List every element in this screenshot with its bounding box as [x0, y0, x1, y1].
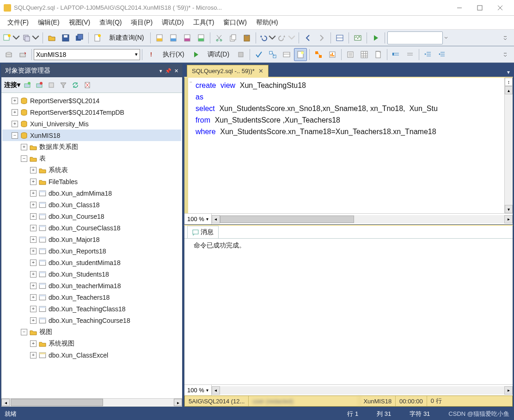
tab-dropdown-icon[interactable]: ▾	[504, 68, 513, 77]
messages-hscroll[interactable]: ◂▸	[212, 386, 513, 395]
refresh-icon[interactable]	[70, 80, 80, 90]
results-grid-button[interactable]	[358, 48, 371, 61]
tree-table[interactable]: +dbo.Xun_Students18	[2, 268, 181, 280]
menu-edit[interactable]: 编辑(E)	[33, 17, 64, 29]
script-dmx-button[interactable]	[181, 31, 194, 44]
comment-button[interactable]	[390, 48, 403, 61]
activity-monitor-button[interactable]	[351, 31, 364, 44]
script-mdx-button[interactable]	[167, 31, 180, 44]
messages-tab[interactable]: 消息	[187, 226, 219, 238]
delete-icon[interactable]	[82, 80, 92, 90]
outline-toggle-icon[interactable]: −	[188, 78, 194, 213]
save-button[interactable]	[59, 31, 72, 44]
tree-table[interactable]: +dbo.Xun_Major18	[2, 234, 181, 245]
find-combo[interactable]	[387, 31, 443, 44]
panel-menu-icon[interactable]: ▾	[159, 68, 162, 74]
script-xmla-button[interactable]	[195, 31, 208, 44]
tree-folder-filetables[interactable]: +FileTables	[2, 176, 181, 187]
open-file-button[interactable]	[45, 31, 58, 44]
tree-table[interactable]: +dbo.Xun_Teachers18	[2, 291, 181, 303]
client-stats-button[interactable]	[326, 48, 339, 61]
save-all-button[interactable]	[73, 31, 86, 44]
cancel-exec-button[interactable]	[234, 48, 247, 61]
menu-tools[interactable]: 工具(T)	[189, 17, 219, 29]
connect-server-icon[interactable]	[22, 80, 32, 90]
tree-table[interactable]: +dbo.Xun_Reports18	[2, 245, 181, 257]
tree[interactable]: +ReportServer$SQL2014 +ReportServer$SQL2…	[1, 93, 182, 363]
new-query-button[interactable]: 新建查询(N)	[105, 31, 148, 44]
split-icon[interactable]: ↕	[505, 78, 513, 86]
sql-editor[interactable]: − create view Xun_TeachingStu18 as selec…	[184, 77, 513, 225]
editor-hscroll[interactable]: ◂▸	[212, 215, 513, 223]
tree-table[interactable]: +dbo.Xun_Class18	[2, 199, 181, 210]
paste-button[interactable]	[240, 31, 253, 44]
script-de-button[interactable]	[153, 31, 166, 44]
actual-plan-button[interactable]	[312, 48, 325, 61]
menu-help[interactable]: 帮助(H)	[251, 17, 282, 29]
indent-button[interactable]	[422, 48, 434, 61]
redo-button[interactable]	[278, 31, 296, 44]
tree-folder-sysviews[interactable]: +系统视图	[2, 338, 181, 349]
copy-button[interactable]	[226, 31, 239, 44]
uncomment-button[interactable]	[404, 48, 416, 61]
new-query-icon[interactable]	[91, 31, 104, 44]
tree-table[interactable]: +dbo.Xun_TeachingClass18	[2, 303, 181, 315]
pin-icon[interactable]: 📌	[165, 68, 171, 74]
tree-db-selected[interactable]: −XunMIS18	[2, 130, 181, 141]
editor-vscroll[interactable]: ↕ ▴▾	[504, 78, 513, 213]
cut-button[interactable]	[213, 31, 226, 44]
tree-table[interactable]: +dbo.Xun_Course18	[2, 210, 181, 222]
tree-folder-tables[interactable]: −表	[2, 153, 181, 164]
change-connection-button[interactable]	[16, 48, 29, 61]
tree-db[interactable]: +ReportServer$SQL2014TempDB	[2, 106, 181, 118]
tree-folder-views[interactable]: −视图	[2, 326, 181, 338]
filter-icon[interactable]	[58, 80, 68, 90]
database-selector[interactable]: XunMIS18 ▾	[34, 49, 140, 60]
tree-view[interactable]: +dbo.Xun_ClassExcel	[2, 349, 181, 361]
start-debug-button[interactable]	[369, 31, 382, 44]
new-project-button[interactable]	[2, 31, 21, 44]
results-file-button[interactable]	[372, 48, 385, 61]
editor-tab[interactable]: SQLQuery2.sql -.. 59))* ✕	[187, 65, 269, 77]
toolbar-overflow-button[interactable]	[499, 31, 512, 44]
debug-button[interactable]: 调试(D)	[203, 48, 233, 61]
tree-table[interactable]: +dbo.Xun_studentMima18	[2, 257, 181, 268]
tree-folder-diagrams[interactable]: +数据库关系图	[2, 141, 181, 153]
editor-zoom-selector[interactable]: 100 %▾	[184, 214, 212, 224]
menu-file[interactable]: 文件(F)	[3, 17, 33, 29]
navigate-fwd-button[interactable]	[315, 31, 328, 44]
parse-button[interactable]	[252, 48, 265, 61]
connect-label[interactable]: 连接▾	[4, 81, 20, 89]
properties-button[interactable]	[333, 31, 346, 44]
registered-servers-button[interactable]	[22, 31, 40, 44]
messages-zoom-selector[interactable]: 100 %▾	[184, 385, 212, 395]
messages-body[interactable]: 命令已成功完成。	[184, 239, 513, 384]
maximize-button[interactable]	[470, 1, 490, 15]
close-icon[interactable]: ✕	[174, 68, 178, 74]
menu-window[interactable]: 窗口(W)	[219, 17, 251, 29]
tree-table[interactable]: +dbo.Xun_admMima18	[2, 187, 181, 199]
tree-db[interactable]: +ReportServer$SQL2014	[2, 95, 181, 106]
results-text-button[interactable]	[344, 48, 357, 61]
stop-icon[interactable]	[46, 80, 56, 90]
debug-play-icon[interactable]	[190, 48, 202, 61]
execute-icon[interactable]: !	[145, 48, 158, 61]
menu-query[interactable]: 查询(Q)	[95, 17, 126, 29]
toolbar2-overflow-button[interactable]	[499, 48, 512, 61]
tree-folder-systables[interactable]: +系统表	[2, 164, 181, 176]
outdent-button[interactable]	[435, 48, 448, 61]
undo-button[interactable]	[258, 31, 277, 44]
intellisense-button[interactable]	[294, 48, 307, 61]
menu-debug[interactable]: 调试(D)	[157, 17, 188, 29]
tab-close-icon[interactable]: ✕	[258, 68, 263, 74]
close-button[interactable]	[490, 1, 510, 15]
tree-db[interactable]: +Xuni_University_Mis	[2, 118, 181, 130]
execute-button[interactable]: 执行(X)	[159, 48, 189, 61]
sql-code[interactable]: create view Xun_TeachingStu18 as select …	[194, 78, 504, 213]
tree-table[interactable]: +dbo.Xun_CourseClass18	[2, 222, 181, 234]
tree-table[interactable]: +dbo.Xun_TeachingCourse18	[2, 315, 181, 326]
navigate-back-button[interactable]	[301, 31, 314, 44]
menu-view[interactable]: 视图(V)	[64, 17, 95, 29]
menu-project[interactable]: 项目(P)	[126, 17, 157, 29]
query-options-button[interactable]	[280, 48, 293, 61]
